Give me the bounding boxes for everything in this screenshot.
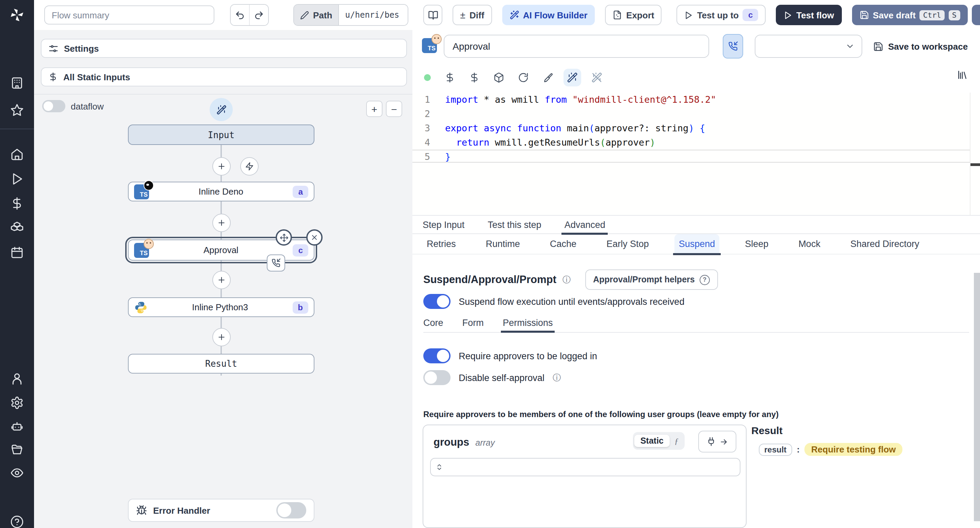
ai-assist-graph-button[interactable] bbox=[210, 98, 233, 121]
sidebar-item-audit-logs[interactable] bbox=[10, 466, 24, 480]
subtab-permissions[interactable]: Permissions bbox=[503, 313, 553, 332]
suspend-indicator-button[interactable] bbox=[723, 34, 743, 59]
sidebar-item-settings[interactable] bbox=[10, 396, 24, 410]
step-editor-panel: TS Save to workspace 1imp bbox=[412, 30, 980, 528]
ai-off-button[interactable] bbox=[592, 72, 602, 83]
dollar-icon bbox=[469, 72, 480, 83]
test-flow-button[interactable]: Test flow bbox=[776, 5, 842, 25]
add-step-button-2[interactable] bbox=[212, 214, 231, 232]
deploy-button-partial[interactable] bbox=[972, 5, 980, 25]
insert-variable-button[interactable] bbox=[444, 72, 455, 83]
add-step-button-4[interactable] bbox=[212, 328, 231, 346]
subtab-core[interactable]: Core bbox=[423, 313, 443, 332]
add-step-button-1[interactable] bbox=[212, 157, 231, 175]
path-button[interactable]: Path bbox=[294, 5, 338, 25]
save-to-workspace-label: Save to workspace bbox=[888, 41, 968, 51]
step-node-a[interactable]: TS Inline Deno a bbox=[128, 182, 314, 201]
result-node[interactable]: Result bbox=[128, 354, 314, 374]
wand-off-icon bbox=[592, 72, 602, 83]
ai-gen-button[interactable] bbox=[563, 69, 581, 86]
sidebar-item-folders[interactable] bbox=[10, 443, 24, 456]
tab-cache[interactable]: Cache bbox=[546, 234, 581, 254]
flow-summary-input[interactable] bbox=[44, 5, 215, 24]
export-button[interactable]: Export bbox=[605, 5, 662, 25]
tab-test-this-step[interactable]: Test this step bbox=[488, 215, 541, 234]
typescript-icon: TS bbox=[422, 38, 437, 53]
tab-advanced[interactable]: Advanced bbox=[565, 215, 605, 234]
flow-settings-button[interactable]: Settings bbox=[41, 39, 407, 58]
panel-scrollbar[interactable] bbox=[974, 273, 980, 521]
sidebar-item-users[interactable] bbox=[10, 372, 24, 386]
tab-suspend[interactable]: Suspend bbox=[675, 234, 719, 254]
sidebar-item-workers[interactable] bbox=[10, 420, 24, 433]
tab-sleep[interactable]: Sleep bbox=[741, 234, 772, 254]
ai-flow-builder-button[interactable]: AI Flow Builder bbox=[502, 5, 595, 25]
sidebar-item-help[interactable] bbox=[10, 515, 24, 528]
tab-runtime[interactable]: Runtime bbox=[482, 234, 524, 254]
undo-redo-group bbox=[230, 4, 269, 26]
undo-button[interactable] bbox=[231, 5, 249, 25]
step-title-input[interactable] bbox=[444, 35, 709, 58]
windmill-flow-editor: Path u/henri/bes ± Diff AI Flow Builder … bbox=[0, 0, 980, 528]
tab-mock[interactable]: Mock bbox=[794, 234, 824, 254]
redo-button[interactable] bbox=[249, 5, 268, 25]
result-row: result : Require testing flow bbox=[759, 443, 969, 456]
input-node[interactable]: Input bbox=[128, 124, 314, 145]
sidebar-item-home[interactable] bbox=[10, 148, 24, 161]
help-circle-icon bbox=[10, 515, 24, 528]
result-value-pill[interactable]: Require testing flow bbox=[804, 443, 902, 456]
sidebar-item-resources[interactable] bbox=[10, 221, 24, 235]
save-draft-button[interactable]: Save draft Ctrl S bbox=[852, 5, 967, 25]
add-trigger-button[interactable] bbox=[240, 157, 259, 175]
package-button[interactable] bbox=[493, 72, 504, 83]
docs-button[interactable] bbox=[423, 5, 442, 25]
groups-value-input[interactable] bbox=[430, 458, 740, 476]
sidebar-item-workspace[interactable] bbox=[10, 76, 24, 90]
error-handler-toggle[interactable] bbox=[276, 502, 306, 518]
code-editor[interactable]: 1import * as wmill from "windmill-client… bbox=[412, 92, 980, 215]
sidebar-item-schedules[interactable] bbox=[10, 246, 24, 259]
dataflow-toggle[interactable] bbox=[42, 100, 65, 112]
step-tabs: Step Input Test this step Advanced bbox=[412, 215, 980, 234]
insert-resource-button[interactable] bbox=[469, 72, 480, 83]
dollar-icon bbox=[444, 72, 455, 83]
library-button[interactable] bbox=[957, 69, 968, 80]
diff-button[interactable]: ± Diff bbox=[453, 5, 492, 25]
tab-shared-directory[interactable]: Shared Directory bbox=[846, 234, 924, 254]
wand-sparkles-icon bbox=[567, 72, 578, 83]
format-button[interactable] bbox=[542, 72, 553, 83]
language-select[interactable] bbox=[755, 35, 862, 58]
save-to-workspace-button[interactable]: Save to workspace bbox=[873, 41, 968, 51]
subtab-form[interactable]: Form bbox=[463, 313, 484, 332]
static-mode-button[interactable]: Static bbox=[634, 435, 670, 447]
suspend-execution-toggle[interactable] bbox=[423, 294, 450, 309]
path-value[interactable]: u/henri/bes bbox=[338, 5, 408, 25]
all-static-inputs-button[interactable]: All Static Inputs bbox=[41, 67, 407, 86]
windmill-logo[interactable] bbox=[0, 0, 34, 30]
code-line: 3export async function main(approver?: s… bbox=[412, 121, 980, 135]
add-step-button-3[interactable] bbox=[212, 271, 231, 289]
require-login-toggle[interactable] bbox=[423, 348, 450, 363]
reload-button[interactable] bbox=[518, 72, 529, 83]
javascript-mode-button[interactable]: ƒ bbox=[670, 434, 683, 447]
tab-early-stop[interactable]: Early Stop bbox=[602, 234, 653, 254]
test-up-to-button[interactable]: Test up to c bbox=[677, 5, 766, 25]
disable-self-approval-toggle[interactable] bbox=[423, 370, 450, 385]
sidebar-item-runs[interactable] bbox=[10, 172, 24, 186]
zoom-in-button[interactable]: + bbox=[366, 101, 382, 117]
zoom-out-button[interactable]: − bbox=[386, 101, 402, 117]
sidebar-item-variables[interactable] bbox=[10, 197, 24, 210]
approval-prompt-helpers-button[interactable]: Approval/Prompt helpers ? bbox=[585, 269, 718, 290]
move-step-handle[interactable] bbox=[275, 229, 292, 246]
tab-step-input[interactable]: Step Input bbox=[423, 215, 465, 234]
result-node-label: Result bbox=[205, 359, 237, 369]
code-line: 5} bbox=[412, 150, 970, 162]
dollar-icon bbox=[48, 72, 58, 82]
connect-input-button[interactable] bbox=[698, 431, 737, 452]
tab-retries[interactable]: Retries bbox=[423, 234, 460, 254]
delete-step-button[interactable] bbox=[306, 229, 323, 246]
step-node-b[interactable]: Inline Python3 b bbox=[128, 297, 314, 317]
windmill-logo-icon bbox=[10, 8, 24, 22]
sidebar-item-favorites[interactable] bbox=[10, 103, 24, 117]
step-id-badge: c bbox=[293, 244, 308, 256]
